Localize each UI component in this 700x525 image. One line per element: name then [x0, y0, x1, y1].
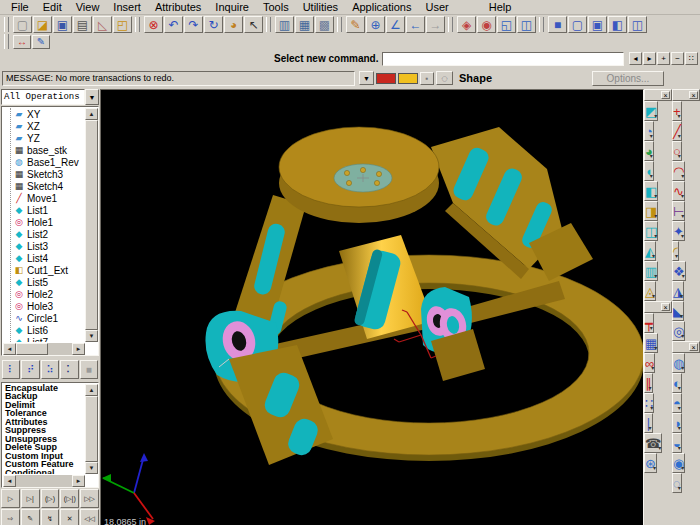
flyout-arrow-icon[interactable]: ▾ — [678, 424, 681, 431]
goto-feature-button[interactable]: ⇨ — [1, 509, 20, 525]
menu-item[interactable]: Attributes — [148, 1, 208, 14]
regenerate-icon[interactable]: ↻ — [204, 16, 223, 33]
flyout-arrow-icon[interactable]: ▾ — [654, 272, 657, 279]
flyout-arrow-icon[interactable]: ▾ — [675, 252, 678, 259]
flyout-arrow-icon[interactable]: ▾ — [681, 464, 684, 471]
gray-color-swatch[interactable]: ▪ — [420, 72, 434, 85]
cancel-playback-button[interactable]: ✕ — [60, 509, 79, 525]
print-icon[interactable]: ▤ — [73, 16, 92, 33]
palette-header[interactable]: × — [644, 301, 672, 313]
polygon-icon[interactable]: ✦▾ — [672, 221, 685, 241]
history-tree-item[interactable]: ◎ Hole1 — [3, 216, 85, 228]
flyout-arrow-icon[interactable]: ▾ — [652, 292, 655, 299]
history-disabled-button[interactable]: ■ — [80, 360, 98, 379]
extrude-icon[interactable]: ◩▾ — [644, 101, 658, 121]
history-tree-item[interactable]: ◆ List1 — [3, 204, 85, 216]
history-tree-item[interactable]: ▦ Sketch3 — [3, 168, 85, 180]
close-icon[interactable]: × — [689, 343, 698, 351]
toolbar-grip[interactable] — [266, 17, 271, 32]
zoom-select-icon[interactable]: ◈ — [457, 16, 476, 33]
flyout-arrow-icon[interactable]: ▾ — [680, 312, 683, 319]
edit-rollback-button[interactable]: ✎ — [21, 509, 40, 525]
close-icon[interactable]: × — [661, 303, 670, 311]
sweep-icon[interactable]: ◕▾ — [644, 141, 654, 161]
multi-screen-icon[interactable]: ▦ — [295, 16, 314, 33]
web-link-icon[interactable]: ⊕ — [366, 16, 385, 33]
zoom-icon[interactable]: ◉ — [477, 16, 496, 33]
operation-item[interactable]: Conditional — [3, 469, 85, 474]
flyout-arrow-icon[interactable]: ▾ — [650, 132, 653, 139]
flyout-arrow-icon[interactable]: ▾ — [653, 464, 656, 471]
part-icon[interactable]: ◬▾ — [644, 281, 656, 301]
pattern-icon[interactable]: ∷▾ — [644, 393, 654, 413]
remove-button[interactable]: − — [671, 52, 684, 65]
mesh-icon[interactable]: ❖▾ — [672, 261, 686, 281]
fit-view-icon[interactable]: ◱ — [497, 16, 516, 33]
scroll-down-icon[interactable]: ▼ — [85, 462, 98, 474]
flyout-arrow-icon[interactable]: ▾ — [650, 404, 653, 411]
toolbar-grip[interactable] — [135, 17, 140, 32]
orient-front-icon[interactable]: ◐▾ — [672, 373, 682, 393]
flyout-arrow-icon[interactable]: ▾ — [678, 484, 681, 491]
flyout-arrow-icon[interactable]: ▾ — [678, 444, 681, 451]
undo-icon[interactable]: ↶ — [164, 16, 183, 33]
grid-icon[interactable]: ▦▾ — [644, 333, 658, 353]
orient-rotate-icon[interactable]: ◒▾ — [672, 433, 682, 453]
globe-icon[interactable]: ⊛▾ — [644, 453, 657, 473]
history-tree-item[interactable]: ▰ XY — [3, 108, 85, 120]
sketch-in-place-icon[interactable]: ✎ — [32, 35, 50, 49]
erase-icon[interactable]: ◺ — [93, 16, 112, 33]
scrollbar-thumb[interactable] — [85, 396, 98, 462]
color-dropdown-button[interactable]: ▼ — [359, 71, 374, 85]
mixed-view-icon[interactable]: ◫ — [628, 16, 647, 33]
command-input[interactable] — [382, 52, 624, 66]
hidden-line-view-icon[interactable]: ▣ — [588, 16, 607, 33]
menu-item[interactable]: Applications — [345, 1, 418, 14]
history-tree-item[interactable]: ◎ Hole2 — [3, 288, 85, 300]
abort-icon[interactable]: ⊗ — [144, 16, 163, 33]
divide-icon[interactable]: ∣▾ — [644, 413, 653, 433]
shade-render-icon[interactable]: ◕ — [224, 16, 243, 33]
history-tree-item[interactable]: ◆ List2 — [3, 228, 85, 240]
section-view-icon[interactable]: ◧ — [608, 16, 627, 33]
dimension-icon[interactable]: ┯▾ — [644, 313, 654, 333]
cut-feature-icon[interactable]: ◭▾ — [644, 241, 656, 261]
orient-back-icon[interactable]: ◉▾ — [672, 453, 685, 473]
menu-item[interactable]: User — [418, 1, 455, 14]
orient-side-icon[interactable]: ◑▾ — [672, 413, 682, 433]
menu-item[interactable]: Tools — [256, 1, 296, 14]
history-tree-item[interactable]: ◆ List5 — [3, 276, 85, 288]
step-to-end-button[interactable]: ▷| — [21, 489, 40, 508]
pan-icon[interactable]: ◫ — [517, 16, 536, 33]
back-icon[interactable]: ← — [406, 16, 425, 33]
flyout-arrow-icon[interactable]: ▾ — [680, 292, 683, 299]
flyout-arrow-icon[interactable]: ▾ — [648, 424, 651, 431]
fast-forward-button[interactable]: ▷▷ — [80, 489, 99, 508]
primitive-icon[interactable]: ◧▾ — [644, 181, 658, 201]
menu-item[interactable]: File — [4, 1, 36, 14]
section-analysis-icon[interactable]: ∥▾ — [644, 373, 653, 393]
operations-filter-value[interactable]: All Operations — [1, 89, 85, 105]
operations-filter-dropdown[interactable]: All Operations ▼ — [1, 89, 99, 105]
orient-user-icon[interactable]: ◌▾ — [672, 473, 682, 493]
operations-vertical-scrollbar[interactable]: ▲ ▼ — [85, 384, 98, 474]
palette-header[interactable]: × — [672, 89, 700, 101]
save-icon[interactable]: ▣ — [53, 16, 72, 33]
flyout-arrow-icon[interactable]: ▾ — [678, 404, 681, 411]
tree-horizontal-scrollbar[interactable]: ◄ ► — [3, 343, 85, 355]
menu-item[interactable]: Insert — [106, 1, 148, 14]
line-icon[interactable]: ╱▾ — [672, 121, 682, 141]
flyout-arrow-icon[interactable]: ▾ — [678, 384, 681, 391]
chamfer-icon[interactable]: ◣▾ — [672, 301, 684, 321]
shaded-view-icon[interactable]: ■ — [548, 16, 567, 33]
flyout-arrow-icon[interactable]: ▾ — [681, 364, 684, 371]
history-tree-item[interactable]: ◧ Cut1_Ext — [3, 264, 85, 276]
cylinder-icon[interactable]: ◎▾ — [672, 321, 685, 341]
history-network-view-button[interactable]: ⠵ — [41, 360, 59, 379]
wedge-icon[interactable]: ◮▾ — [672, 281, 684, 301]
reference-part-icon[interactable]: ◨▾ — [644, 201, 658, 221]
scroll-left-icon[interactable]: ◄ — [3, 343, 16, 355]
annotate-icon[interactable]: ✎ — [346, 16, 365, 33]
scroll-down-icon[interactable]: ▼ — [85, 330, 98, 342]
previous-command-button[interactable]: ◂ — [629, 52, 642, 65]
